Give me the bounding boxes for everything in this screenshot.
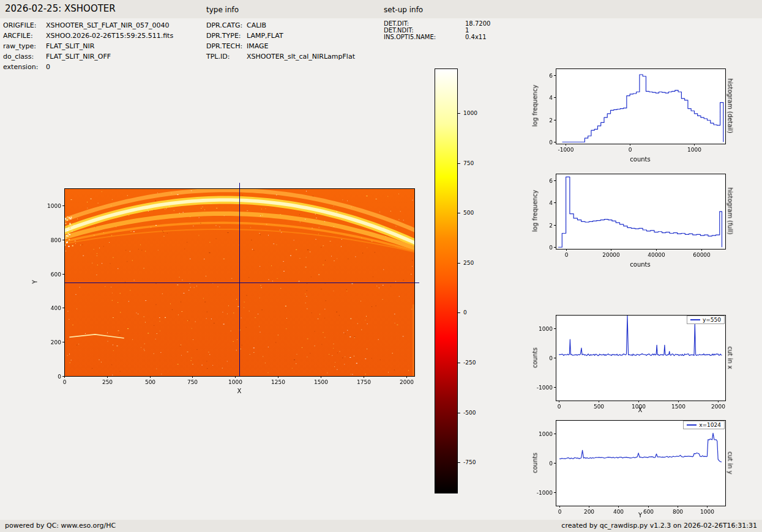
metadata-row: raw_type:FLAT_SLIT_NIR [3, 41, 173, 51]
metadata-label: DPR.TYPE: [206, 31, 247, 41]
histd-side-label: histogram (detail) [727, 78, 734, 133]
cut-in-x-panel: X counts cut in x y=550 [526, 308, 734, 415]
histogram-full-panel: counts log frequency histogram (full) [526, 166, 734, 270]
metadata-label: ORIGFILE: [3, 20, 46, 31]
metadata-file-block: ORIGFILE:XSHOOTER_SLT_FLAT_NIR_057_0040A… [3, 20, 173, 72]
metadata-row: DPR.CATG:CALIB [206, 20, 355, 31]
metadata-row: INS.OPTI5.NAME:0.4x11 [384, 34, 490, 40]
metadata-row: DET.DIT:18.7200 [384, 20, 490, 27]
colorbar: 10007505002500-250-500-750 [435, 68, 496, 493]
metadata-value: XSHOO.2026-02-26T15:59:25.511.fits [46, 31, 173, 41]
legend-label: y=550 [703, 317, 721, 323]
colorbar-tick-label: 0 [463, 309, 467, 316]
histogram-detail-panel: counts log frequency histogram (detail) [526, 61, 734, 165]
metadata-label: extension: [3, 62, 46, 72]
colorbar-tick-label: 500 [463, 209, 474, 216]
metadata-value: 0.4x11 [465, 34, 487, 40]
metadata-label: TPL.ID: [206, 51, 247, 62]
metadata-type-block: DPR.CATG:CALIBDPR.TYPE:LAMP,FLATDPR.TECH… [206, 20, 355, 62]
metadata-value: FLAT_SLIT_NIR [46, 41, 94, 51]
metadata-label: DET.DIT: [384, 20, 465, 27]
footer-qc-link: powered by QC: www.eso.org/HC [5, 522, 116, 530]
metadata-row: do_class:FLAT_SLIT_NIR_OFF [3, 51, 173, 62]
histf-yaxis-label: log frequency [532, 190, 539, 232]
colorbar-tick [458, 363, 460, 363]
colorbar-tick [458, 312, 460, 313]
colorbar-tick [458, 213, 460, 213]
histd-yaxis-label: log frequency [532, 85, 539, 127]
colorbar-tick-label: 250 [463, 259, 474, 267]
footer-band: powered by QC: www.eso.org/HC created by… [0, 520, 762, 532]
histogram-full-canvas [526, 166, 734, 270]
metadata-row: DPR.TECH:IMAGE [206, 41, 355, 51]
colorbar-tick-label: -250 [463, 359, 476, 366]
histd-xaxis-label: counts [630, 156, 650, 163]
metadata-row: extension:0 [3, 62, 173, 72]
cutx-yaxis-label: counts [532, 347, 539, 368]
colorbar-gradient [435, 68, 458, 493]
metadata-label: ARCFILE: [3, 31, 46, 41]
histf-xaxis-label: counts [630, 261, 650, 268]
metadata-row: ARCFILE:XSHOO.2026-02-26T15:59:25.511.fi… [3, 31, 173, 41]
colorbar-tick-label: 1000 [463, 109, 477, 117]
cuty-yaxis-label: counts [532, 453, 539, 473]
metadata-row: ORIGFILE:XSHOOTER_SLT_FLAT_NIR_057_0040 [3, 20, 173, 31]
raw-frame-canvas [24, 180, 428, 404]
cuty-side-label: cut in y [727, 451, 734, 474]
colorbar-tick-label: 750 [463, 160, 474, 167]
setup-info-heading: set-up info [384, 6, 423, 14]
legend-label: x=1024 [699, 422, 721, 428]
metadata-value: 18.7200 [465, 20, 490, 27]
colorbar-tick [458, 113, 460, 114]
colorbar-tick-label: -500 [463, 409, 476, 416]
metadata-value: 1 [465, 27, 469, 34]
cutx-legend: y=550 [687, 316, 725, 324]
histogram-detail-canvas [526, 61, 734, 165]
metadata-label: DPR.TECH: [206, 41, 247, 51]
colorbar-tick [458, 263, 460, 264]
metadata-value: FLAT_SLIT_NIR_OFF [46, 51, 111, 62]
cuty-legend: x=1024 [683, 421, 725, 429]
metadata-value: IMAGE [247, 41, 269, 51]
cut-in-y-panel: Y counts cut in y x=1024 [526, 413, 734, 520]
metadata-value: 0 [46, 62, 50, 72]
cuty-xaxis-label: Y [638, 512, 642, 519]
metadata-value: XSHOOTER_SLT_FLAT_NIR_057_0040 [46, 20, 169, 31]
colorbar-tick [458, 413, 460, 413]
metadata-label: raw_type: [3, 41, 46, 51]
metadata-setup-block: DET.DIT:18.7200DET.NDIT:1INS.OPTI5.NAME:… [384, 20, 490, 40]
main-yaxis-label: Y [32, 280, 39, 284]
metadata-label: DET.NDIT: [384, 27, 465, 34]
metadata-row: DPR.TYPE:LAMP,FLAT [206, 31, 355, 41]
histf-side-label: histogram (full) [727, 187, 734, 234]
metadata-row: TPL.ID:XSHOOTER_slt_cal_NIRLampFlat [206, 51, 355, 62]
metadata-value: XSHOOTER_slt_cal_NIRLampFlat [247, 51, 355, 62]
qc-report-page: 2026-02-25: XSHOOTER type info set-up in… [0, 0, 762, 532]
colorbar-tick [458, 462, 460, 463]
main-xaxis-label: X [237, 388, 242, 394]
type-info-heading: type info [206, 6, 239, 14]
cutx-xaxis-label: X [638, 407, 643, 413]
metadata-value: CALIB [247, 20, 266, 31]
legend-line-swatch [687, 424, 697, 426]
legend-line-swatch [690, 319, 700, 320]
colorbar-tick [458, 163, 460, 164]
footer-created-by: created by qc_rawdisp.py v1.2.3 on 2026-… [561, 522, 757, 530]
metadata-label: INS.OPTI5.NAME: [384, 34, 465, 40]
metadata-label: DPR.CATG: [206, 20, 247, 31]
page-title: 2026-02-25: XSHOOTER [5, 3, 116, 14]
colorbar-tick-label: -750 [463, 459, 476, 466]
metadata-label: do_class: [3, 51, 46, 62]
raw-frame-panel: X Y [24, 180, 428, 404]
metadata-value: LAMP,FLAT [247, 31, 283, 41]
cutx-side-label: cut in x [727, 346, 734, 369]
metadata-row: DET.NDIT:1 [384, 27, 490, 34]
